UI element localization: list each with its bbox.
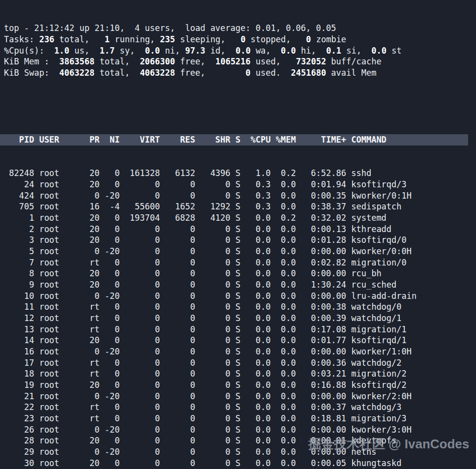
process-row: 23 root rt 0 0 0 0 S 0.0 0.0 0:18.81 mig… <box>4 413 476 424</box>
process-row: 424 root 0 -20 0 0 0 S 0.3 0.0 0:00.35 k… <box>4 190 476 202</box>
process-row: 7 root rt 0 0 0 0 S 0.0 0.0 0:02.82 migr… <box>4 257 476 268</box>
process-table-header: PID USER PR NI VIRT RES SHR S %CPU %MEM … <box>0 134 468 146</box>
process-row: 30 root 20 0 0 0 0 S 0.0 0.0 0:00.05 khu… <box>4 458 476 469</box>
process-row: 22 root rt 0 0 0 0 S 0.0 0.0 0:00.37 wat… <box>4 402 476 413</box>
process-row: 8 root 20 0 0 0 0 S 0.0 0.0 0:00.00 rcu_… <box>4 268 476 279</box>
process-row: 82248 root 20 0 161328 6132 4396 S 1.0 0… <box>4 168 476 179</box>
process-row: 26 root 0 -20 0 0 0 S 0.0 0.0 0:00.00 kw… <box>4 424 476 436</box>
top-summary: top - 21:12:42 up 21:10, 4 users, load a… <box>4 23 476 78</box>
terminal[interactable]: top - 21:12:42 up 21:10, 4 users, load a… <box>0 0 476 469</box>
process-row: 12 root rt 0 0 0 0 S 0.0 0.0 0:00.39 wat… <box>4 313 476 324</box>
process-row: 3 root 20 0 0 0 0 S 0.0 0.0 0:01.28 ksof… <box>4 234 476 246</box>
process-table: 82248 root 20 0 161328 6132 4396 S 1.0 0… <box>4 168 476 469</box>
summary-line: KiB Mem : 3863568 total, 2066300 free, 1… <box>4 56 476 67</box>
process-row: 28 root 20 0 0 0 0 S 0.0 0.0 0:00.01 kde… <box>4 435 476 446</box>
message-input-line <box>4 101 476 112</box>
process-row: 14 root 20 0 0 0 0 S 0.0 0.0 0:01.77 kso… <box>4 335 476 346</box>
process-row: 21 root 0 -20 0 0 0 S 0.0 0.0 0:00.00 kw… <box>4 391 476 402</box>
process-row: 13 root rt 0 0 0 0 S 0.0 0.0 0:17.08 mig… <box>4 324 476 335</box>
summary-line: top - 21:12:42 up 21:10, 4 users, load a… <box>4 23 476 34</box>
summary-line: Tasks: 236 total, 1 running, 235 sleepin… <box>4 34 476 45</box>
process-row: 1 root 20 0 193704 6828 4120 S 0.0 0.2 0… <box>4 212 476 224</box>
process-row: 9 root 20 0 0 0 0 S 0.0 0.0 1:30.24 rcu_… <box>4 279 476 291</box>
summary-line: KiB Swap: 4063228 total, 4063228 free, 0… <box>4 67 476 79</box>
process-row: 19 root 20 0 0 0 0 S 0.0 0.0 0:16.88 kso… <box>4 380 476 391</box>
process-row: 5 root 0 -20 0 0 0 S 0.0 0.0 0:00.00 kwo… <box>4 246 476 257</box>
process-row: 29 root 0 -20 0 0 0 S 0.0 0.0 0:00.00 ne… <box>4 446 476 458</box>
summary-line: %Cpu(s): 1.0 us, 1.7 sy, 0.0 ni, 97.3 id… <box>4 45 476 57</box>
process-row: 16 root 0 -20 0 0 0 S 0.0 0.0 0:00.00 kw… <box>4 346 476 357</box>
process-row: 24 root 20 0 0 0 0 S 0.3 0.0 0:01.94 kso… <box>4 179 476 190</box>
process-row: 705 root 16 -4 55600 1652 1292 S 0.3 0.0… <box>4 201 476 212</box>
process-row: 17 root rt 0 0 0 0 S 0.0 0.0 0:00.36 wat… <box>4 357 476 369</box>
process-row: 11 root rt 0 0 0 0 S 0.0 0.0 0:00.38 wat… <box>4 301 476 313</box>
process-row: 2 root 20 0 0 0 0 S 0.0 0.0 0:00.13 kthr… <box>4 224 476 235</box>
process-row: 18 root rt 0 0 0 0 S 0.0 0.0 0:03.21 mig… <box>4 368 476 380</box>
process-row: 10 root 0 -20 0 0 0 S 0.0 0.0 0:00.00 lr… <box>4 291 476 302</box>
